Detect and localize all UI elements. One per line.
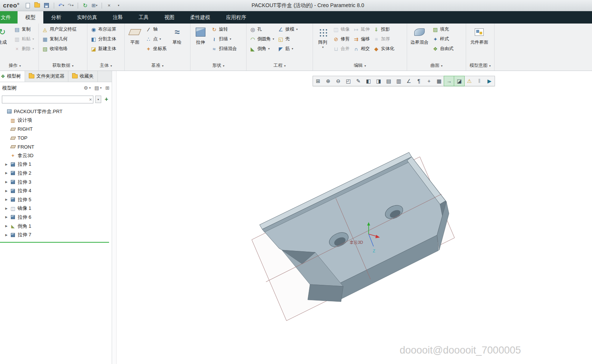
expander-icon[interactable]: ▶ (5, 189, 10, 193)
tab-model[interactable]: 模型 (18, 11, 43, 24)
tree-item-extrude-7[interactable]: ▶拉伸 7 (0, 230, 112, 239)
sweep-button[interactable]: ≀扫描▾ (210, 34, 238, 44)
tree-item-csys[interactable]: +拿云3D (0, 151, 112, 160)
expander-icon[interactable]: ▶ (5, 207, 10, 210)
close-window-icon[interactable]: × (106, 2, 112, 9)
freestyle-button[interactable]: ❖自由式 (431, 44, 455, 53)
window-settings-icon[interactable]: ⊞▾ (91, 2, 98, 9)
group-label-surfaces[interactable]: 曲面 ▾ (407, 62, 466, 70)
tree-item-design-items[interactable]: ▥设计项 (0, 116, 112, 125)
datum-plane-button[interactable]: 平面 (127, 25, 143, 46)
paste-button[interactable]: ▥粘贴▾ (13, 34, 35, 44)
revolve-button[interactable]: ↻旋转 (210, 25, 238, 34)
offset-button[interactable]: ⇉偏移 (352, 34, 371, 44)
tree-item-extrude-6[interactable]: ▶拉伸 6 (0, 213, 112, 222)
regenerate-button[interactable]: ↻ 生成 (0, 25, 12, 46)
tree-item-front-plane[interactable]: FRONT (0, 142, 112, 151)
tree-item-extrude-4[interactable]: ▶拉伸 4 (0, 186, 112, 195)
search-clear-icon[interactable]: × (89, 97, 92, 102)
list-options-icon[interactable]: ▤▾ (94, 85, 102, 91)
trim-button[interactable]: ⊘修剪 (332, 34, 351, 44)
copy-geometry-button[interactable]: ▦复制几何 (41, 34, 78, 44)
group-label-get-data[interactable]: 获取数据 ▾ (39, 62, 87, 70)
style-button[interactable]: ✦样式 (431, 34, 455, 44)
group-label-model-intent[interactable]: 模型意图 ▾ (466, 62, 494, 70)
component-interface-button[interactable]: 元件界面 (468, 25, 490, 46)
panel-tab-favorites[interactable]: 收藏夹 (68, 71, 98, 82)
panel-tab-folder-browser[interactable]: 文件夹浏览器 (25, 71, 68, 82)
search-dropdown-icon[interactable]: ▾ (95, 96, 101, 103)
search-add-icon[interactable]: + (103, 96, 110, 103)
group-label-engineering[interactable]: 工程 ▾ (247, 62, 313, 70)
new-file-icon[interactable] (25, 2, 31, 9)
tab-tools[interactable]: 工具 (131, 11, 156, 24)
tab-view[interactable]: 视图 (156, 11, 182, 24)
project-button[interactable]: ⇓投影 (372, 25, 396, 34)
expander-icon[interactable]: ▶ (5, 224, 10, 228)
toolbar-more-icon[interactable]: ▾ (115, 2, 122, 9)
copy-button[interactable]: ▤复制 (13, 25, 35, 34)
delete-button[interactable]: ×删除▾ (13, 44, 35, 53)
tab-flexible-modeling[interactable]: 柔性建模 (182, 11, 218, 24)
graphics-area[interactable]: ⊞ ⊕ ⊖ ◰ ✎ ◧ ◨ ▤ ▥ ∠ ¶ + ▦ → ◪ ⚠ ‖ ▶ (117, 71, 592, 364)
point-button[interactable]: ∴点▾ (144, 34, 168, 44)
extrude-button[interactable]: 拉伸 (192, 25, 209, 46)
undo-icon[interactable]: ↶▾ (58, 2, 65, 9)
swept-blend-button[interactable]: ≈扫描混合 (210, 44, 238, 53)
tree-item-extrude-5[interactable]: ▶拉伸 5 (0, 195, 112, 204)
pattern-button[interactable]: 阵列 ▾ (315, 25, 331, 49)
tree-item-mirror-1[interactable]: ▶◫镜像 1 (0, 204, 112, 213)
extend-button[interactable]: ↦延伸 (352, 25, 371, 34)
tree-item-extrude-1[interactable]: ▶拉伸 1 (0, 160, 112, 169)
open-file-icon[interactable] (34, 2, 41, 9)
expander-icon[interactable]: ▶ (5, 215, 10, 219)
shrinkwrap-button[interactable]: ▧收缩包络 (41, 44, 78, 53)
round-button[interactable]: ◠倒圆角▾ (248, 34, 275, 44)
sketch-button[interactable]: ≈ 草绘 (169, 25, 185, 46)
panel-tab-model-tree[interactable]: ❖ 模型树 (0, 71, 25, 82)
hole-button[interactable]: ◎孔 (248, 25, 275, 34)
settings-icon[interactable]: ⚙▾ (84, 85, 91, 91)
chamfer-button[interactable]: ◣倒角▾ (248, 44, 275, 53)
panel-splitter[interactable] (112, 71, 117, 364)
intersect-button[interactable]: ∩相交 (352, 44, 371, 53)
shell-button[interactable]: ◱壳 (276, 34, 299, 44)
tree-item-root[interactable]: PACKOUT零件盒.PRT (0, 107, 112, 116)
boundary-blend-button[interactable]: 边界混合 (409, 25, 430, 46)
group-label-operations[interactable]: 操作 ▾ (0, 62, 38, 70)
mirror-button[interactable]: ◫镜像 (332, 25, 351, 34)
expander-icon[interactable]: ▶ (5, 163, 10, 166)
boolean-button[interactable]: ◉布尔运算 (89, 25, 117, 34)
regenerate-icon[interactable]: ↻ (82, 2, 89, 9)
tab-applications[interactable]: 应用程序 (218, 11, 254, 24)
tab-annotate[interactable]: 注释 (105, 11, 131, 24)
udf-button[interactable]: ◬用户定义特征 (41, 25, 78, 34)
model-viewport[interactable]: 拿云3D Z dooooit@dooooit_7000005 (117, 71, 592, 364)
expander-icon[interactable]: ▶ (5, 198, 10, 201)
save-icon[interactable] (43, 2, 50, 9)
draft-button[interactable]: ∠拔模▾ (276, 25, 299, 34)
redo-icon[interactable]: ↷▾ (67, 2, 74, 9)
tree-search-input[interactable] (2, 96, 93, 103)
group-label-body[interactable]: 主体 ▾ (87, 62, 124, 70)
split-body-button[interactable]: ◧分割主体 (89, 34, 117, 44)
expander-icon[interactable]: ▶ (5, 180, 10, 184)
expander-icon[interactable]: ▶ (5, 233, 10, 237)
csys-button[interactable]: +坐标系 (144, 44, 168, 53)
expander-icon[interactable]: ▶ (5, 171, 10, 175)
tree-item-chamfer-1[interactable]: ▶◣倒角 1 (0, 222, 112, 231)
group-label-datum[interactable]: 基准 ▾ (125, 62, 190, 70)
new-body-button[interactable]: ◪新建主体 (89, 44, 117, 53)
tab-file[interactable]: 文件 (0, 11, 18, 24)
group-label-editing[interactable]: 编辑 ▾ (313, 62, 407, 70)
group-label-shapes[interactable]: 形状 ▾ (190, 62, 246, 70)
tab-analysis[interactable]: 分析 (43, 11, 69, 24)
tab-live-simulation[interactable]: 实时仿真 (69, 11, 105, 24)
tree-item-top-plane[interactable]: TOP (0, 134, 112, 143)
insert-locator-line[interactable] (0, 242, 109, 243)
tree-item-extrude-3[interactable]: ▶拉伸 3 (0, 178, 112, 187)
merge-button[interactable]: ⊔合并 (332, 44, 351, 53)
thicken-button[interactable]: ≡加厚 (372, 34, 396, 44)
fill-button[interactable]: ▨填充 (431, 25, 455, 34)
expand-all-icon[interactable]: ⊞ (105, 85, 109, 91)
